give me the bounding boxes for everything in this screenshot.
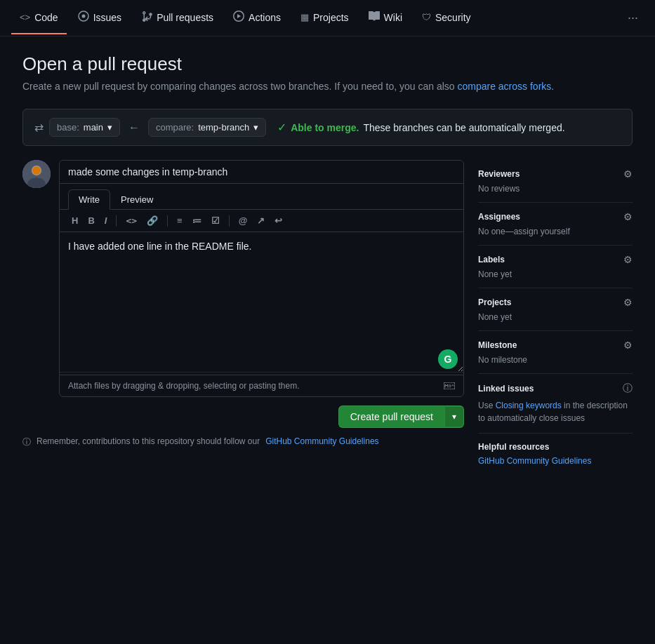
assignees-title: Assignees [478, 212, 520, 222]
toolbar-sep-2 [167, 215, 168, 227]
create-pr-main[interactable]: Create pull request [339, 406, 444, 427]
toolbar-italic[interactable]: I [101, 214, 111, 227]
wiki-icon [369, 11, 380, 24]
tabs-row: Write Preview [60, 184, 463, 210]
sidebar-reviewers: Reviewers ⚙ No reviews [478, 160, 633, 203]
nav-label-actions: Actions [249, 12, 281, 23]
milestone-gear-icon[interactable]: ⚙ [623, 340, 633, 351]
merge-status: ✓ Able to merge. These branches can be a… [277, 121, 564, 134]
compare-chevron-icon: ▾ [253, 122, 258, 133]
top-nav: <> Code Issues Pull requests Actions ▦ P… [0, 0, 655, 36]
actions-icon [233, 11, 244, 24]
sidebar-projects: Projects ⚙ None yet [478, 288, 633, 331]
milestone-value: No milestone [478, 355, 633, 365]
nav-item-actions[interactable]: Actions [225, 1, 289, 35]
assign-yourself-link[interactable]: No one—assign yourself [478, 227, 570, 236]
issues-icon [78, 11, 89, 24]
projects-value: None yet [478, 312, 633, 322]
labels-gear-icon[interactable]: ⚙ [623, 254, 633, 265]
code-icon: <> [20, 12, 30, 22]
textarea-wrapper: I have added one line in the README file… [60, 232, 463, 375]
nav-item-projects[interactable]: ▦ Projects [292, 2, 357, 34]
toolbar-code[interactable]: <> [122, 214, 140, 227]
toolbar-ordered-list[interactable]: ≔ [189, 214, 205, 227]
submit-row: Create pull request ▾ [22, 405, 464, 428]
milestone-title: Milestone [478, 340, 517, 350]
projects-gear-icon[interactable]: ⚙ [623, 297, 633, 308]
nav-label-projects: Projects [313, 12, 349, 23]
linked-issues-title: Linked issues [478, 384, 534, 394]
reviewers-value: No reviews [478, 184, 633, 194]
projects-title: Projects [478, 297, 511, 307]
community-guidelines-link[interactable]: GitHub Community Guidelines [265, 436, 378, 446]
reminder-row: ⓘ Remember, contributions to this reposi… [22, 436, 464, 448]
toolbar-link[interactable]: 🔗 [143, 214, 161, 227]
toolbar-undo[interactable]: ↩ [271, 214, 286, 227]
nav-label-pull-requests: Pull requests [157, 12, 213, 23]
page-title: Open a pull request [22, 53, 633, 75]
sidebar-helpful: Helpful resources GitHub Community Guide… [478, 434, 633, 477]
nav-label-security: Security [435, 12, 471, 23]
compare-branch-name: temp-branch [198, 122, 249, 133]
grammarly-button[interactable]: G [438, 349, 458, 369]
tab-write[interactable]: Write [68, 189, 110, 210]
nav-item-wiki[interactable]: Wiki [360, 1, 411, 35]
toolbar-reference[interactable]: ↗ [253, 214, 268, 227]
base-branch-selector[interactable]: base: main ▾ [49, 118, 120, 137]
sidebar: Reviewers ⚙ No reviews Assignees ⚙ No on… [478, 160, 633, 477]
sidebar-labels-header: Labels ⚙ [478, 254, 633, 265]
info-icon[interactable]: ⓘ [623, 382, 633, 395]
create-pr-button[interactable]: Create pull request ▾ [338, 405, 464, 428]
check-icon: ✓ [277, 121, 286, 134]
nav-label-issues: Issues [93, 12, 121, 23]
toolbar-heading[interactable]: H [68, 214, 81, 227]
toolbar-sep-1 [116, 215, 117, 227]
swap-icon[interactable]: ⇄ [34, 121, 44, 134]
main-container: Open a pull request Create a new pull re… [0, 36, 655, 494]
reviewers-gear-icon[interactable]: ⚙ [623, 168, 633, 180]
closing-text: Use Closing keywords in the description … [478, 399, 633, 424]
nav-more-button[interactable]: ··· [622, 5, 644, 31]
linked-issues-header: Linked issues ⓘ [478, 382, 633, 395]
assignees-gear-icon[interactable]: ⚙ [623, 211, 633, 222]
toolbar-row: H B I <> 🔗 ≡ ≔ ☑ @ ↗ ↩ [60, 210, 463, 232]
avatar [22, 160, 51, 188]
tab-preview[interactable]: Preview [110, 189, 164, 210]
nav-label-wiki: Wiki [384, 12, 402, 23]
attach-text: Attach files by dragging & dropping, sel… [68, 381, 300, 391]
compare-forks-link[interactable]: compare across forks. [457, 81, 554, 92]
avatar-row: Write Preview H B I <> 🔗 ≡ ≔ ☑ [22, 160, 464, 397]
attach-row: Attach files by dragging & dropping, sel… [60, 375, 463, 396]
sidebar-reviewers-header: Reviewers ⚙ [478, 168, 633, 180]
compare-branch-selector[interactable]: compare: temp-branch ▾ [148, 118, 266, 137]
reminder-text: Remember, contributions to this reposito… [37, 436, 260, 446]
avatar-image [22, 160, 51, 188]
pr-title-input[interactable] [60, 161, 463, 184]
nav-item-pull-requests[interactable]: Pull requests [133, 1, 222, 35]
toolbar-mention[interactable]: @ [235, 214, 251, 227]
sidebar-labels: Labels ⚙ None yet [478, 246, 633, 288]
nav-item-issues[interactable]: Issues [70, 1, 130, 35]
security-icon: 🛡 [422, 12, 431, 22]
helpful-link[interactable]: GitHub Community Guidelines [478, 456, 633, 466]
labels-value: None yet [478, 269, 633, 279]
create-pr-dropdown[interactable]: ▾ [444, 407, 463, 427]
toolbar-bold[interactable]: B [84, 214, 98, 227]
sidebar-projects-header: Projects ⚙ [478, 297, 633, 308]
assignees-value: No one—assign yourself [478, 227, 633, 236]
branch-bar: ⇄ base: main ▾ ← compare: temp-branch ▾ … [22, 109, 633, 146]
compare-label: compare: [156, 122, 194, 133]
closing-keywords-link[interactable]: Closing keywords [496, 401, 562, 410]
svg-point-1 [81, 15, 85, 18]
nav-item-code[interactable]: <> Code [11, 2, 67, 34]
form-area: Write Preview H B I <> 🔗 ≡ ≔ ☑ [59, 160, 464, 397]
sidebar-assignees-header: Assignees ⚙ [478, 211, 633, 222]
toolbar-task-list[interactable]: ☑ [208, 214, 223, 227]
two-col-layout: Write Preview H B I <> 🔗 ≡ ≔ ☑ [22, 160, 633, 477]
pr-description-textarea[interactable]: I have added one line in the README file… [60, 232, 463, 373]
helpful-title: Helpful resources [478, 442, 633, 452]
nav-item-security[interactable]: 🛡 Security [413, 2, 479, 34]
info-circle-icon: ⓘ [22, 436, 31, 448]
markdown-icon [444, 382, 455, 389]
toolbar-unordered-list[interactable]: ≡ [173, 214, 186, 227]
